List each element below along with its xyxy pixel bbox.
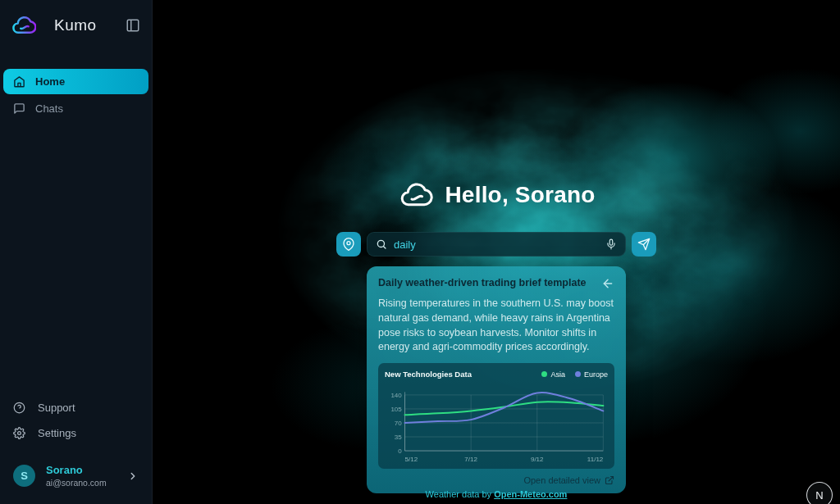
svg-text:35: 35 xyxy=(395,434,403,441)
sidebar-toggle-icon[interactable] xyxy=(126,18,140,33)
user-profile[interactable]: S Sorano ai@sorano.com xyxy=(13,457,139,496)
sidebar: Kumo Home Chats xyxy=(0,0,153,504)
chevron-right-icon xyxy=(127,470,139,482)
open-meteo-link[interactable]: Open-Meteo.com xyxy=(494,489,567,499)
home-icon xyxy=(13,75,25,88)
card-body-text: Rising temperatures in the southern U.S.… xyxy=(378,297,614,355)
greeting-title: Hello, Sorano xyxy=(445,182,595,208)
hero: Hello, Sorano xyxy=(153,179,840,211)
chart-panel: New Technologies Data AsiaEurope 0357010… xyxy=(378,363,614,469)
series-europe xyxy=(405,393,604,423)
svg-text:5/12: 5/12 xyxy=(405,456,418,463)
location-button[interactable] xyxy=(336,232,361,257)
sidebar-item-chats[interactable]: Chats xyxy=(3,96,148,121)
chart-title: New Technologies Data xyxy=(385,370,541,379)
back-arrow-icon[interactable] xyxy=(601,277,614,290)
sidebar-item-settings[interactable]: Settings xyxy=(13,420,139,446)
support-label: Support xyxy=(38,402,75,414)
app-window: Kumo Home Chats xyxy=(0,0,840,504)
search-box xyxy=(367,232,626,257)
sidebar-nav: Home Chats xyxy=(0,69,152,123)
kumo-logo-icon xyxy=(11,13,36,38)
chart-legend: AsiaEurope xyxy=(541,370,608,379)
svg-text:11/12: 11/12 xyxy=(587,456,603,463)
svg-text:70: 70 xyxy=(395,420,403,427)
sidebar-header: Kumo xyxy=(0,0,152,49)
svg-text:140: 140 xyxy=(390,392,402,399)
send-icon xyxy=(637,238,651,251)
sidebar-item-support[interactable]: Support xyxy=(13,395,139,420)
trading-brief-card: Daily weather-driven trading brief templ… xyxy=(367,266,626,493)
card-title: Daily weather-driven trading brief templ… xyxy=(378,276,601,289)
main-area: Hello, Sorano xyxy=(153,0,840,504)
help-icon xyxy=(13,402,25,414)
sidebar-bottom: Support Settings S Sorano ai@sorano.com xyxy=(0,395,152,504)
svg-text:105: 105 xyxy=(390,406,402,413)
open-detailed-view-link[interactable]: Open detailed view xyxy=(378,475,614,485)
mic-icon[interactable] xyxy=(605,238,617,250)
legend-dot xyxy=(575,371,581,377)
search-row xyxy=(336,232,656,257)
legend-item-asia[interactable]: Asia xyxy=(541,370,565,379)
legend-label: Asia xyxy=(550,370,565,379)
search-input[interactable] xyxy=(394,238,599,251)
svg-text:0: 0 xyxy=(398,447,402,455)
weather-attribution: Weather data by Open-Meteo.com xyxy=(426,489,568,499)
svg-text:9/12: 9/12 xyxy=(531,456,544,463)
external-link-icon xyxy=(605,475,614,485)
svg-text:7/12: 7/12 xyxy=(464,456,477,463)
line-chart: 035701051405/127/129/1211/12 xyxy=(385,380,608,465)
send-button[interactable] xyxy=(632,232,656,257)
legend-item-europe[interactable]: Europe xyxy=(575,370,608,379)
avatar: S xyxy=(13,465,35,487)
user-name: Sorano xyxy=(46,464,127,476)
attribution-prefix: Weather data by xyxy=(426,489,492,499)
detail-link-label: Open detailed view xyxy=(523,475,600,485)
chart-header: New Technologies Data AsiaEurope xyxy=(385,370,608,379)
location-pin-icon xyxy=(342,238,355,251)
search-icon xyxy=(376,238,387,250)
card-header: Daily weather-driven trading brief templ… xyxy=(378,276,614,290)
legend-dot xyxy=(541,371,547,377)
fab-n-button[interactable]: N xyxy=(806,482,833,504)
user-meta: Sorano ai@sorano.com xyxy=(46,464,127,488)
cloud-icon xyxy=(397,179,435,211)
legend-label: Europe xyxy=(584,370,608,379)
chat-icon xyxy=(13,102,25,115)
app-title: Kumo xyxy=(54,16,126,34)
settings-label: Settings xyxy=(38,427,76,439)
gear-icon xyxy=(13,427,25,439)
user-email: ai@sorano.com xyxy=(46,478,127,488)
nav-label: Home xyxy=(35,75,65,88)
sidebar-item-home[interactable]: Home xyxy=(3,69,148,94)
nav-label: Chats xyxy=(35,102,63,115)
